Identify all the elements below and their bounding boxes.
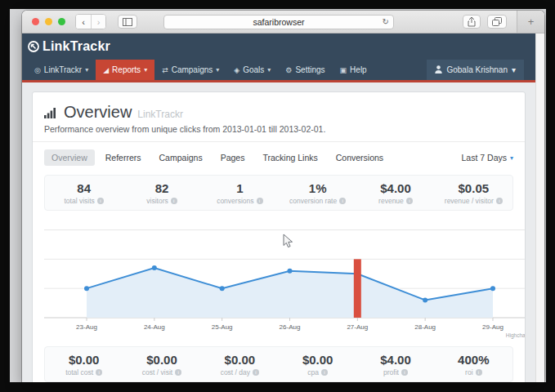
tab-overview[interactable]: Overview xyxy=(44,149,95,166)
stat-label-text: profit xyxy=(383,368,399,376)
stat-label: conversion rate xyxy=(279,197,356,205)
stat-label: conversions xyxy=(201,197,279,205)
stat-total-visits: 84total visits xyxy=(45,181,123,205)
page-title-suffix: LinkTrackr xyxy=(137,109,183,120)
nav-item-help[interactable]: ▣Help xyxy=(333,60,374,80)
svg-text:23-Aug: 23-Aug xyxy=(76,323,97,331)
user-menu[interactable]: Gobala Krishnan▾ xyxy=(427,60,524,80)
nav-menu: ◎LinkTrackr▾◢Reports▾⇄Campaigns▾◈Goals▾⚙… xyxy=(22,60,535,80)
page-right-gutter xyxy=(535,33,544,382)
stat-label: revenue xyxy=(356,197,434,205)
close-window-button[interactable] xyxy=(32,18,39,25)
new-tab-button[interactable]: + xyxy=(517,11,544,33)
minimize-window-button[interactable] xyxy=(45,18,52,25)
tab-pages[interactable]: Pages xyxy=(213,149,253,166)
tab-campaigns[interactable]: Campaigns xyxy=(152,149,210,166)
linktrackr-icon: ◎ xyxy=(34,66,41,74)
toolbar-right-buttons xyxy=(463,15,513,29)
info-icon[interactable] xyxy=(175,369,181,376)
info-icon[interactable] xyxy=(97,198,104,204)
stat-label: profit xyxy=(356,368,434,376)
info-icon[interactable] xyxy=(96,369,102,376)
nav-item-goals[interactable]: ◈Goals▾ xyxy=(226,60,278,80)
info-icon[interactable] xyxy=(257,198,263,204)
brand-name: LinkTrackr xyxy=(43,39,110,54)
info-icon[interactable] xyxy=(401,369,408,376)
browser-toolbar: ‹ › safaribrowser ↻ + xyxy=(22,11,544,33)
nav-item-label: Settings xyxy=(295,65,324,74)
nav-item-campaigns[interactable]: ⇄Campaigns▾ xyxy=(154,60,226,80)
stat-value: $4.00 xyxy=(356,353,434,367)
svg-text:27-Aug: 27-Aug xyxy=(347,323,368,331)
stat-cpa: $0.00cpa xyxy=(279,353,356,376)
chart-credit: Highcharts.com xyxy=(506,332,526,339)
info-icon[interactable] xyxy=(406,198,413,204)
chart-svg: 23-Aug24-Aug25-Aug26-Aug27-Aug28-Aug29-A… xyxy=(44,217,526,341)
share-button[interactable] xyxy=(463,15,481,29)
tab-referrers[interactable]: Referrers xyxy=(98,149,149,166)
stat-label-text: cpa xyxy=(307,368,319,376)
stats-row-bottom: $0.00total cost$0.00cost / visit$0.00cos… xyxy=(44,346,513,382)
stat-value: 1% xyxy=(279,181,356,195)
stat-label: total cost xyxy=(45,368,123,376)
date-range-dropdown[interactable]: Last 7 Days ▾ xyxy=(462,153,513,163)
app-navbar: LinkTrackr ◎LinkTrackr▾◢Reports▾⇄Campaig… xyxy=(22,33,535,82)
window-controls xyxy=(32,18,65,25)
stat-label-text: total visits xyxy=(65,197,95,205)
page-title: Overview xyxy=(64,103,132,122)
address-bar[interactable]: safaribrowser ↻ xyxy=(163,15,394,29)
nav-item-label: LinkTrackr xyxy=(44,65,82,74)
tabs-bar: OverviewReferrersCampaignsPagesTracking … xyxy=(33,142,525,173)
info-icon[interactable] xyxy=(496,198,503,204)
stat-conversion-rate: 1%conversion rate xyxy=(279,181,356,205)
refresh-icon[interactable]: ↻ xyxy=(383,17,389,26)
panel-header: Overview LinkTrackr Performance overview… xyxy=(33,92,525,142)
nav-item-label: Campaigns xyxy=(172,65,213,74)
zoom-window-button[interactable] xyxy=(58,18,65,25)
sidebar-toggle-button[interactable] xyxy=(118,15,137,29)
stat-label-text: conversions xyxy=(217,197,253,205)
info-icon[interactable] xyxy=(476,369,482,376)
bar-chart-icon xyxy=(44,107,58,118)
stat-value: 1 xyxy=(201,181,279,195)
overview-chart: 23-Aug24-Aug25-Aug26-Aug27-Aug28-Aug29-A… xyxy=(44,217,513,341)
stat-label-text: visitors xyxy=(146,197,168,205)
address-text: safaribrowser xyxy=(164,17,393,27)
browser-window: ‹ › safaribrowser ↻ + LinkTrackr xyxy=(22,11,544,382)
nav-item-linktrackr[interactable]: ◎LinkTrackr▾ xyxy=(27,60,96,80)
stat-value: 400% xyxy=(435,353,512,367)
chevron-down-icon: ▾ xyxy=(85,66,88,74)
stat-label-text: roi xyxy=(465,368,472,376)
svg-text:29-Aug: 29-Aug xyxy=(482,323,504,331)
info-icon[interactable] xyxy=(253,369,259,376)
nav-item-settings[interactable]: ⚙Settings xyxy=(278,60,332,80)
stat-label: visitors xyxy=(123,197,200,205)
stat-profit: $4.00profit xyxy=(356,353,434,376)
stat-cost-visit: $0.00cost / visit xyxy=(123,353,200,376)
back-button[interactable]: ‹ xyxy=(76,15,91,29)
forward-button[interactable]: › xyxy=(91,15,105,29)
tab-conversions[interactable]: Conversions xyxy=(329,149,391,166)
stat-label-text: cost / day xyxy=(221,368,250,376)
stat-label: cpa xyxy=(279,368,356,376)
web-page: LinkTrackr ◎LinkTrackr▾◢Reports▾⇄Campaig… xyxy=(22,33,535,382)
tab-overview-button[interactable] xyxy=(487,15,507,29)
app-logo[interactable]: LinkTrackr xyxy=(27,39,110,54)
stat-label-text: total cost xyxy=(65,368,93,376)
info-icon[interactable] xyxy=(339,198,346,204)
svg-text:24-Aug: 24-Aug xyxy=(144,323,165,331)
nav-item-label: Reports xyxy=(112,65,141,74)
sidebar-icon xyxy=(123,18,132,26)
reports-icon: ◢ xyxy=(103,66,109,74)
stat-label: total visits xyxy=(45,197,123,205)
stat-roi: 400%roi xyxy=(435,353,512,376)
info-icon[interactable] xyxy=(321,369,328,376)
nav-item-reports[interactable]: ◢Reports▾ xyxy=(96,60,154,80)
info-icon[interactable] xyxy=(171,198,177,204)
svg-text:25-Aug: 25-Aug xyxy=(212,323,233,331)
settings-icon: ⚙ xyxy=(285,66,292,74)
campaigns-icon: ⇄ xyxy=(162,66,168,74)
tab-tracking-links[interactable]: Tracking Links xyxy=(255,149,324,166)
user-name: Gobala Krishnan xyxy=(446,65,508,74)
stat-label-text: cost / visit xyxy=(142,368,172,376)
